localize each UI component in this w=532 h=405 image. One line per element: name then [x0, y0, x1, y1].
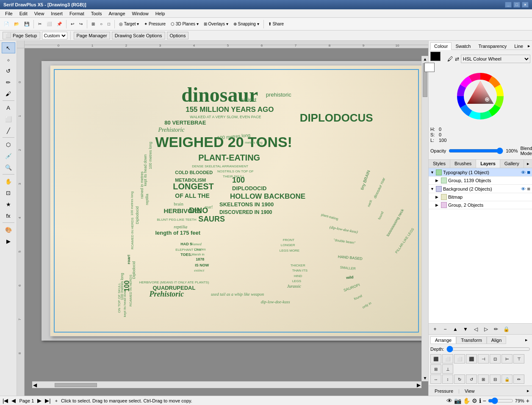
group-button[interactable]: ⊞: [478, 374, 489, 384]
menu-format[interactable]: Format: [66, 9, 88, 17]
lock-layer-button[interactable]: 🔒: [502, 325, 511, 333]
rotate-tool[interactable]: ↺: [2, 65, 15, 76]
page-manager-button[interactable]: Page Manager: [74, 32, 110, 39]
foreground-swatch[interactable]: [430, 52, 441, 61]
crop-tool[interactable]: ⊡: [2, 187, 15, 198]
tab-view[interactable]: View: [461, 388, 478, 394]
menu-help[interactable]: Help: [152, 9, 169, 17]
scroll-thumb-horizontal[interactable]: [55, 383, 97, 387]
color-wheel-container[interactable]: [430, 69, 530, 124]
typography-eye-icon[interactable]: 👁: [521, 170, 526, 175]
scroll-up-button[interactable]: ▲: [422, 56, 428, 62]
minimize-button[interactable]: _: [505, 2, 512, 8]
depth-slider[interactable]: [446, 347, 530, 351]
send-back-button[interactable]: ⬜: [454, 354, 465, 363]
layer-background[interactable]: ▼ Background (2 Objects) 👁 ■: [429, 185, 532, 193]
open-button[interactable]: 📂: [12, 19, 21, 29]
bring-forward-button[interactable]: ⬜: [442, 354, 453, 363]
tab-brushes[interactable]: Brushes: [450, 160, 476, 168]
menu-file[interactable]: File: [2, 9, 16, 17]
ungroup-layer-button[interactable]: ▷: [481, 325, 490, 333]
close-button[interactable]: ×: [522, 2, 529, 8]
tab-pressure[interactable]: Pressure: [431, 388, 457, 394]
tab-layers[interactable]: Layers: [476, 160, 500, 168]
canvas-area[interactable]: 0 1 2 3 4 5 6 7 8 9 10 11: [17, 41, 428, 396]
line-tool[interactable]: ╱: [2, 125, 15, 136]
first-page-button[interactable]: |◀: [3, 397, 8, 404]
hand-icon[interactable]: ✋: [463, 397, 470, 404]
align-center-button[interactable]: ⊡: [490, 354, 501, 363]
layer-group1139[interactable]: ▶ Group, 1139 Objects: [429, 177, 532, 185]
page-setup-button[interactable]: ⬜ Page Setup: [3, 32, 40, 39]
node-tool[interactable]: ⬦: [2, 54, 15, 65]
copy-button[interactable]: ⬜: [44, 19, 54, 29]
expand-bitmap-icon[interactable]: ▶: [435, 195, 440, 199]
layer-group2[interactable]: ▶ Group, 2 Objects: [429, 201, 532, 209]
text-tool[interactable]: A: [2, 102, 15, 113]
info-icon[interactable]: ℹ: [479, 397, 481, 404]
layer-bitmap[interactable]: ▶ Bitmap: [429, 193, 532, 201]
rotate-cw-button[interactable]: ↻: [454, 374, 465, 384]
menu-view[interactable]: View: [31, 9, 48, 17]
tab-transform[interactable]: Transform: [456, 336, 487, 344]
options-button[interactable]: Options: [167, 32, 189, 39]
horizontal-scrollbar[interactable]: ◀ ▶: [32, 381, 421, 388]
menu-tools[interactable]: Tools: [88, 9, 105, 17]
layers-collapse-icon[interactable]: ▸: [524, 160, 532, 168]
tab-swatch[interactable]: Swatch: [452, 42, 474, 50]
add-page-icon[interactable]: +: [55, 398, 58, 403]
view-icon[interactable]: 👁: [446, 397, 452, 404]
expand-background-icon[interactable]: ▼: [430, 187, 435, 191]
scroll-left-button[interactable]: ◀: [32, 382, 38, 388]
align-top-button[interactable]: ⊤: [513, 354, 524, 363]
dropper-icon[interactable]: 🖊: [447, 55, 453, 62]
tab-transparency[interactable]: Transparency: [474, 42, 510, 50]
tab-align[interactable]: Align: [487, 336, 506, 344]
panel-collapse-icon[interactable]: ▸: [527, 42, 531, 50]
align-bottom-button[interactable]: ⊥: [442, 364, 453, 374]
align-middle-button[interactable]: ⊞: [430, 364, 441, 374]
rotate-ccw-button[interactable]: ↺: [466, 374, 477, 384]
circle-button[interactable]: ○: [98, 19, 105, 29]
vertical-scrollbar[interactable]: ▲ ▼: [421, 56, 428, 381]
menu-edit[interactable]: Edit: [16, 9, 31, 17]
opacity-slider[interactable]: [449, 149, 503, 153]
save-button[interactable]: 💾: [22, 19, 31, 29]
tab-gallery[interactable]: Gallery: [500, 160, 524, 168]
select-tool[interactable]: ↖: [2, 42, 15, 53]
last-page-button[interactable]: ▶|: [45, 397, 50, 404]
next-page-button[interactable]: ▶: [37, 397, 42, 404]
expand-group1139-icon[interactable]: ▶: [435, 178, 440, 183]
background-swatch[interactable]: [424, 63, 435, 72]
drawing-page[interactable]: dinosaur extinct prehistoric tiny BRAIN …: [50, 65, 423, 336]
menu-insert[interactable]: Insert: [47, 9, 66, 17]
zoom-out-icon[interactable]: −: [483, 397, 486, 404]
redo-button[interactable]: ↪: [77, 19, 85, 29]
drawing-scale-button[interactable]: Drawing Scale Options: [112, 32, 165, 39]
send-backward-button[interactable]: ⬛: [466, 354, 477, 363]
tab-styles[interactable]: Styles: [429, 160, 450, 168]
swap-colors-icon[interactable]: ⇄: [455, 56, 459, 62]
group-layer-button[interactable]: ◁: [471, 325, 480, 333]
pressure-collapse-icon[interactable]: ▸: [527, 388, 529, 394]
move-layer-up-button[interactable]: ▲: [451, 325, 460, 333]
flip-v-button[interactable]: ↕: [442, 374, 453, 384]
flip-h-button[interactable]: ↔: [430, 374, 441, 384]
layer-typography[interactable]: ▼ Typography (1 Object) 👁 ■: [429, 168, 532, 177]
scroll-right-button[interactable]: ▶: [416, 382, 421, 388]
fill-tool[interactable]: ⬡: [2, 139, 15, 150]
edit-layer-button[interactable]: ✏: [491, 325, 501, 333]
menu-arrange[interactable]: Arrange: [105, 9, 128, 17]
scroll-down-button[interactable]: ▼: [422, 375, 428, 381]
tab-colour[interactable]: Colour: [430, 42, 452, 50]
overlays-button[interactable]: ⊞ Overlays ▾: [202, 19, 230, 29]
tab-line[interactable]: Line: [510, 42, 527, 50]
maximize-button[interactable]: □: [513, 2, 520, 8]
3d-planes-button[interactable]: ⬡ 3D Planes ▾: [169, 19, 201, 29]
effect-tool[interactable]: ★: [2, 199, 15, 210]
expand-typography-icon[interactable]: ▼: [430, 170, 435, 175]
canvas-scroll[interactable]: dinosaur extinct prehistoric tiny BRAIN …: [25, 48, 428, 388]
screenshot-icon[interactable]: 📷: [454, 397, 461, 404]
bring-front-button[interactable]: ⬛: [430, 354, 441, 363]
ungroup-button[interactable]: ⊟: [490, 374, 501, 384]
